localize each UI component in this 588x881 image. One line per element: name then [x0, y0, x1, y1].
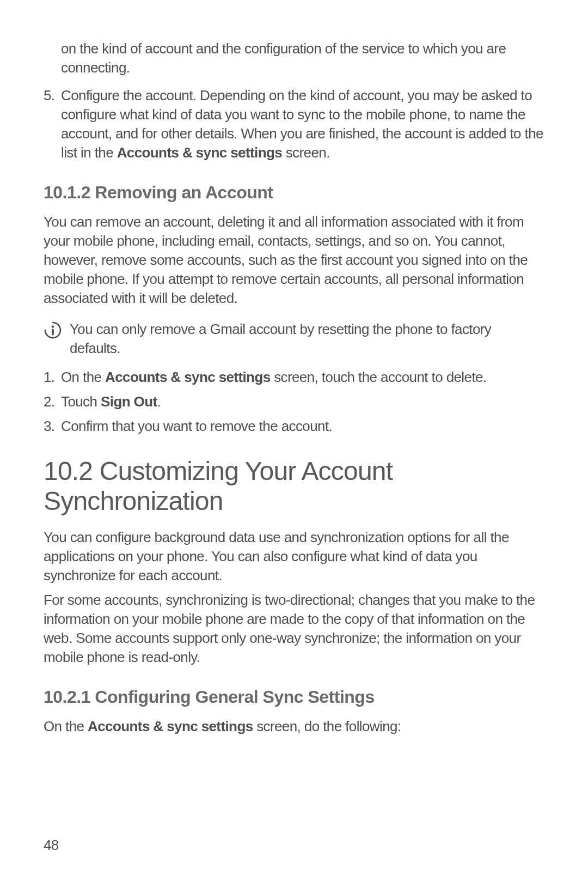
info-callout-text: You can only remove a Gmail account by r…	[70, 320, 544, 358]
page-number: 48	[44, 837, 59, 854]
step5-text-b: screen.	[282, 144, 330, 161]
step5-bold: Accounts & sync settings	[117, 144, 282, 161]
heading-10-2: 10.2 Customizing Your Account Synchroniz…	[44, 456, 544, 516]
remove-account-paragraph: You can remove an account, deleting it a…	[44, 212, 544, 308]
sync-paragraph-1: You can configure background data use an…	[44, 528, 544, 585]
rm3-a: Confirm that you want to remove the acco…	[61, 418, 332, 434]
remove-step-1-num: 1.	[44, 368, 61, 387]
remove-step-3-num: 3.	[44, 417, 61, 436]
rm1-a: On the	[61, 369, 105, 385]
info-callout: You can only remove a Gmail account by r…	[44, 320, 544, 358]
cfg-b: screen, do the following:	[253, 718, 401, 734]
config-general-paragraph: On the Accounts & sync settings screen, …	[44, 717, 544, 736]
rm1-bold: Accounts & sync settings	[105, 369, 270, 385]
remove-step-1: 1. On the Accounts & sync settings scree…	[44, 368, 544, 387]
remove-step-2: 2. Touch Sign Out.	[44, 392, 544, 411]
heading-10-1-2: 10.1.2 Removing an Account	[44, 183, 544, 203]
sync-paragraph-2: For some accounts, synchronizing is two-…	[44, 591, 544, 667]
remove-step-3: 3. Confirm that you want to remove the a…	[44, 417, 544, 436]
rm2-b: .	[157, 393, 161, 410]
cfg-a: On the	[44, 718, 88, 734]
remove-step-1-body: On the Accounts & sync settings screen, …	[61, 368, 544, 387]
info-icon	[44, 321, 62, 339]
rm2-bold: Sign Out	[101, 393, 157, 410]
remove-step-2-num: 2.	[44, 392, 61, 411]
step-5: 5. Configure the account. Depending on t…	[44, 86, 544, 162]
continuation-paragraph: on the kind of account and the configura…	[44, 39, 544, 77]
rm1-b: screen, touch the account to delete.	[271, 369, 487, 385]
step-5-body: Configure the account. Depending on the …	[61, 86, 544, 162]
svg-point-0	[52, 325, 54, 327]
heading-10-2-1: 10.2.1 Configuring General Sync Settings	[44, 687, 544, 707]
remove-step-3-body: Confirm that you want to remove the acco…	[61, 417, 544, 436]
cfg-bold: Accounts & sync settings	[88, 718, 253, 734]
rm2-a: Touch	[61, 393, 101, 410]
svg-rect-1	[52, 329, 54, 336]
remove-step-2-body: Touch Sign Out.	[61, 392, 544, 411]
step-5-number: 5.	[44, 86, 61, 162]
